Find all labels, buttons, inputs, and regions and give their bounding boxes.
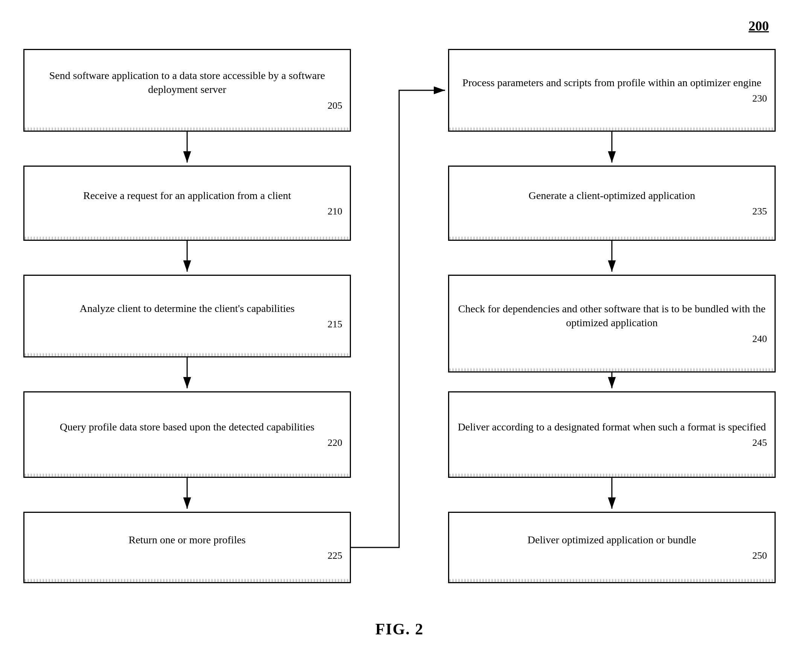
step-225-text: Return one or more profiles [128,533,245,547]
step-240-num: 240 [752,332,767,346]
step-235-num: 235 [752,205,767,218]
step-205-text: Send software application to a data stor… [32,69,342,97]
step-230: Process parameters and scripts from prof… [448,49,776,132]
step-235-text: Generate a client-optimized application [529,189,695,203]
step-220: Query profile data store based upon the … [23,391,351,478]
step-220-text: Query profile data store based upon the … [60,420,314,434]
step-210-num: 210 [327,205,342,218]
step-205: Send software application to a data stor… [23,49,351,132]
step-240-text: Check for dependencies and other softwar… [457,302,767,330]
step-235: Generate a client-optimized application … [448,166,776,241]
step-225-num: 225 [327,549,342,562]
step-250: Deliver optimized application or bundle … [448,512,776,583]
step-205-num: 205 [327,99,342,112]
step-250-num: 250 [752,549,767,562]
step-245-num: 245 [752,436,767,449]
step-230-num: 230 [752,92,767,105]
page-number: 200 [749,18,769,34]
figure-label: FIG. 2 [375,620,424,638]
step-215: Analyze client to determine the client's… [23,275,351,357]
step-215-text: Analyze client to determine the client's… [79,301,294,316]
step-210: Receive a request for an application fro… [23,166,351,241]
step-245-text: Deliver according to a designated format… [458,420,766,434]
step-230-text: Process parameters and scripts from prof… [462,76,761,90]
step-215-num: 215 [327,318,342,331]
step-220-num: 220 [327,436,342,449]
step-240: Check for dependencies and other softwar… [448,275,776,373]
step-245: Deliver according to a designated format… [448,391,776,478]
step-225: Return one or more profiles 225 [23,512,351,583]
step-250-text: Deliver optimized application or bundle [528,533,696,547]
step-210-text: Receive a request for an application fro… [83,189,291,203]
